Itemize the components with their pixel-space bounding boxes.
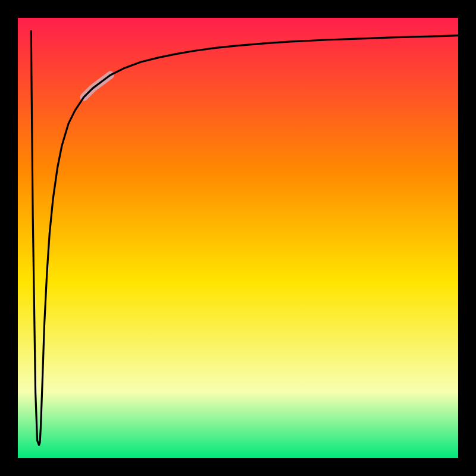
plot-svg (0, 0, 476, 476)
chart-container: TheBottleneck.com (0, 0, 476, 476)
plot-gradient-background (18, 18, 458, 458)
